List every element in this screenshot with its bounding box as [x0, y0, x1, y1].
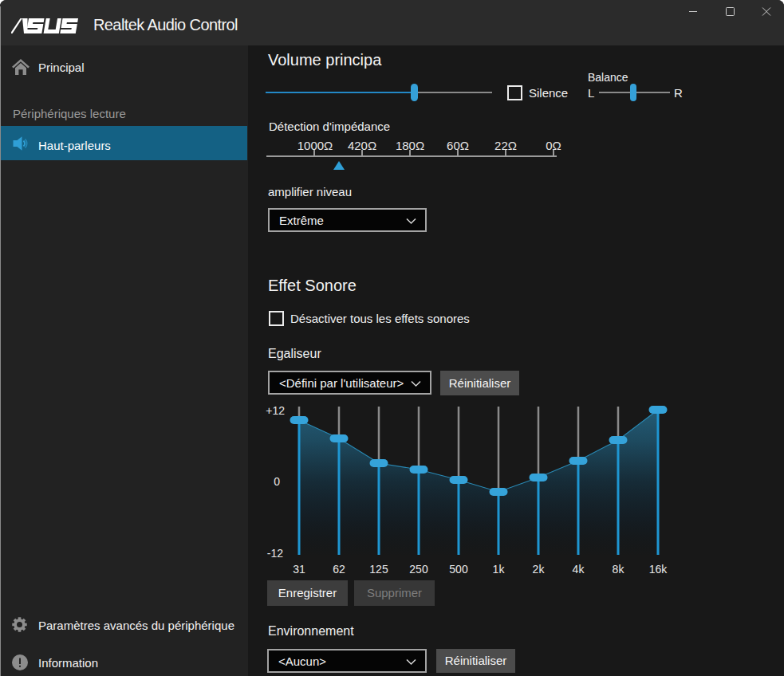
- svg-text:22Ω: 22Ω: [494, 139, 517, 152]
- svg-text:250: 250: [409, 563, 428, 576]
- svg-text:500: 500: [449, 563, 468, 576]
- svg-text:16k: 16k: [649, 563, 668, 576]
- svg-text:62: 62: [333, 563, 345, 576]
- svg-text:125: 125: [369, 563, 388, 576]
- svg-text:2k: 2k: [533, 563, 546, 576]
- svg-text:4k: 4k: [573, 563, 585, 576]
- svg-text:60Ω: 60Ω: [447, 139, 469, 152]
- svg-text:420Ω: 420Ω: [348, 139, 376, 152]
- svg-text:-12: -12: [267, 547, 283, 560]
- svg-text:0: 0: [274, 475, 280, 488]
- svg-text:+12: +12: [266, 404, 285, 417]
- svg-text:31: 31: [293, 563, 305, 576]
- svg-text:0Ω: 0Ω: [546, 139, 561, 152]
- svg-text:1000Ω: 1000Ω: [297, 139, 333, 152]
- svg-text:8k: 8k: [613, 563, 625, 576]
- svg-text:180Ω: 180Ω: [396, 139, 424, 152]
- svg-text:1k: 1k: [493, 563, 506, 576]
